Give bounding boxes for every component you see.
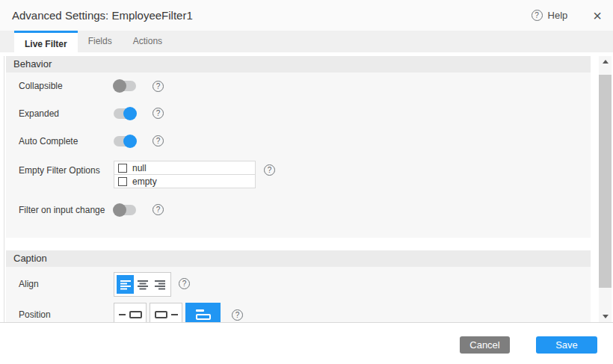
help-link[interactable]: Help: [548, 10, 568, 21]
null-checkbox[interactable]: [118, 164, 127, 173]
dialog-title: Advanced Settings: EmployeeFilter1: [12, 0, 193, 31]
tab-bar: Live Filter Fields Actions: [0, 31, 613, 56]
auto-complete-row: Auto Complete ?: [6, 127, 591, 155]
align-center-icon: [138, 280, 148, 290]
section-spacer: [6, 223, 591, 238]
align-right-button[interactable]: [151, 275, 168, 294]
widget-box-icon: [155, 311, 167, 318]
toggle-knob: [113, 79, 126, 93]
caption-top-icon: [196, 309, 211, 320]
vertical-scrollbar[interactable]: [599, 56, 612, 322]
expanded-help-icon[interactable]: ?: [153, 108, 164, 119]
widget-box-icon: [129, 311, 142, 318]
caption-dash-icon: [196, 309, 204, 312]
scrollbar-down-arrow[interactable]: [599, 311, 612, 322]
scrollbar-thumb[interactable]: [599, 75, 612, 288]
empty-checkbox[interactable]: [118, 177, 127, 186]
caption-position-top-button[interactable]: [185, 303, 221, 322]
collapsible-toggle[interactable]: [114, 81, 136, 91]
caption-section-body: Align ? Position: [6, 267, 591, 322]
behavior-section-body: Collapsible ? Expanded ? Auto Complete ?…: [6, 73, 591, 238]
cancel-button[interactable]: Cancel: [460, 336, 510, 354]
null-label: null: [132, 163, 147, 173]
auto-complete-toggle[interactable]: [114, 136, 136, 146]
empty-filter-options-label: Empty Filter Options: [19, 155, 114, 176]
position-row: Position ?: [6, 303, 591, 322]
tab-actions[interactable]: Actions: [123, 31, 173, 52]
auto-complete-help-icon[interactable]: ?: [153, 135, 164, 146]
position-help-icon[interactable]: ?: [232, 309, 243, 321]
scrollbar-up-arrow[interactable]: [599, 56, 612, 67]
align-right-icon: [155, 280, 165, 290]
align-label: Align: [19, 272, 114, 289]
save-button[interactable]: Save: [536, 336, 597, 354]
expanded-toggle[interactable]: [114, 108, 136, 119]
toggle-knob: [123, 107, 137, 120]
filter-on-input-change-row: Filter on input change ?: [6, 196, 591, 223]
option-empty[interactable]: empty: [114, 174, 256, 188]
align-row: Align ?: [6, 267, 591, 295]
behavior-section-title: Behavior: [6, 56, 591, 73]
align-left-icon: [120, 280, 131, 290]
help-icon[interactable]: ?: [532, 10, 543, 21]
align-button-group: [114, 272, 171, 297]
empty-filter-options-help-icon[interactable]: ?: [264, 164, 275, 176]
tab-live-filter[interactable]: Live Filter: [14, 31, 78, 56]
collapsible-help-icon[interactable]: ?: [153, 81, 164, 92]
option-null[interactable]: null: [114, 161, 256, 175]
position-label: Position: [19, 303, 114, 320]
toggle-knob: [113, 203, 126, 217]
widget-box-icon: [196, 314, 211, 320]
align-left-button[interactable]: [117, 275, 134, 294]
dialog-header: Advanced Settings: EmployeeFilter1 ? Hel…: [0, 0, 613, 31]
align-help-icon[interactable]: ?: [179, 278, 190, 289]
header-actions: ? Help ×: [532, 0, 602, 31]
filter-on-input-change-toggle[interactable]: [114, 205, 136, 215]
empty-filter-options-list: null empty: [114, 161, 256, 188]
auto-complete-label: Auto Complete: [19, 136, 114, 146]
empty-label: empty: [132, 176, 157, 187]
caption-dash-icon: [171, 314, 178, 315]
filter-on-input-change-help-icon[interactable]: ?: [153, 204, 164, 215]
expanded-row: Expanded ?: [6, 99, 591, 127]
caption-dash-icon: [119, 314, 126, 315]
tab-fields[interactable]: Fields: [78, 31, 123, 52]
settings-scroll-area: Behavior Collapsible ? Expanded ? Auto C…: [4, 56, 613, 322]
collapsible-row: Collapsible ?: [6, 73, 591, 99]
filter-on-input-change-label: Filter on input change: [19, 205, 114, 215]
expanded-label: Expanded: [19, 108, 114, 119]
caption-section-title: Caption: [6, 250, 591, 267]
empty-filter-options-row: Empty Filter Options null empty ?: [6, 155, 591, 196]
advanced-settings-dialog: Advanced Settings: EmployeeFilter1 ? Hel…: [0, 0, 613, 364]
caption-position-right-button[interactable]: [150, 303, 182, 322]
collapsible-label: Collapsible: [19, 81, 114, 91]
align-center-button[interactable]: [134, 275, 151, 294]
behavior-section: Behavior Collapsible ? Expanded ? Auto C…: [6, 56, 591, 238]
caption-section: Caption Align ?: [6, 250, 591, 322]
caption-position-left-button[interactable]: [114, 303, 147, 322]
close-icon[interactable]: ×: [593, 8, 602, 23]
toggle-knob: [123, 135, 137, 148]
dialog-footer: Cancel Save: [0, 322, 613, 364]
